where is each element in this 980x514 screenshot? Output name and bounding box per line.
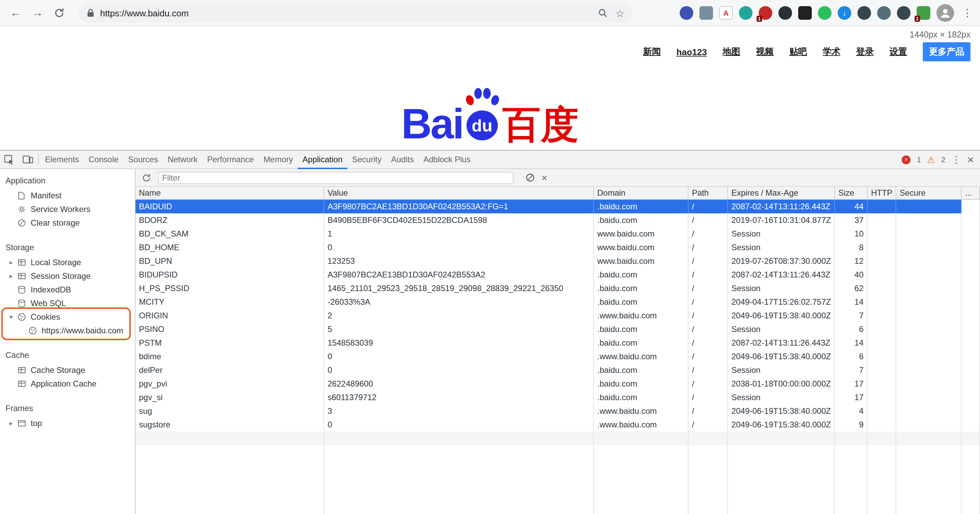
extension-letter-a-icon[interactable]: A <box>719 6 733 20</box>
forward-icon[interactable]: → <box>27 0 48 26</box>
cookie-row[interactable]: sug3.www.baidu.com/2049-06-19T15:38:40.0… <box>135 404 980 418</box>
tab-audits[interactable]: Audits <box>386 150 418 169</box>
baidu-nav-hao123[interactable]: hao123 <box>676 47 707 57</box>
baidu-nav-item[interactable]: 新闻 <box>643 46 660 58</box>
tab-elements[interactable]: Elements <box>40 150 84 169</box>
sidebar-item-clear-storage[interactable]: Clear storage <box>0 216 135 230</box>
tab-network[interactable]: Network <box>163 150 202 169</box>
cookie-row[interactable]: BAIDUIDA3F9807BC2AE13BD1D30AF0242B553A2:… <box>135 200 980 213</box>
device-toolbar-icon[interactable] <box>18 150 37 169</box>
warning-icon[interactable]: ⚠ <box>927 155 935 164</box>
url-text[interactable]: https://www.baidu.com <box>100 8 189 18</box>
cell-size: 8 <box>835 241 868 254</box>
extension-camera-icon[interactable] <box>858 6 871 20</box>
sidebar-item-indexeddb[interactable]: IndexedDB <box>0 283 135 297</box>
extension-tools-icon[interactable] <box>877 6 891 20</box>
sidebar-item-manifest[interactable]: Manifest <box>0 189 135 203</box>
baidu-nav-item[interactable]: 贴吧 <box>789 46 807 58</box>
devtools-close-icon[interactable]: × <box>967 154 974 165</box>
database-icon <box>18 299 27 307</box>
sidebar-item-top[interactable]: ▸top <box>0 417 135 430</box>
cookie-row[interactable]: PSTM1548583039.baidu.com/2087-02-14T13:1… <box>135 336 980 350</box>
tab-sources[interactable]: Sources <box>123 150 163 169</box>
sidebar-item-application-cache[interactable]: Application Cache <box>0 377 135 391</box>
cell-overflow <box>962 391 980 404</box>
cookie-row[interactable]: BIDUPSIDA3F9807BC2AE13BD1D30AF0242B553A2… <box>135 268 980 281</box>
extension-qr-code-icon[interactable] <box>798 6 812 20</box>
back-icon[interactable]: ← <box>5 0 26 26</box>
error-icon[interactable]: × <box>902 155 910 164</box>
chevron-down-icon[interactable]: ▾ <box>10 314 18 321</box>
cookie-row[interactable]: sugstore0.www.baidu.com/2049-06-19T15:38… <box>135 418 980 431</box>
extension-evernote-icon[interactable] <box>818 6 832 20</box>
cookie-row[interactable]: delPer0.baidu.com/Session7 <box>135 363 980 377</box>
chevron-right-icon[interactable]: ▸ <box>10 420 18 427</box>
bookmark-star-icon[interactable]: ☆ <box>615 8 625 18</box>
inspect-element-icon[interactable] <box>0 150 18 169</box>
baidu-nav-item[interactable]: 视频 <box>756 46 774 58</box>
baidu-nav-item[interactable]: 登录 <box>856 46 874 58</box>
chevron-right-icon[interactable]: ▸ <box>10 273 18 279</box>
extension-shield-icon[interactable] <box>897 6 910 20</box>
extension-translate-icon[interactable] <box>699 6 713 20</box>
error-count[interactable]: 1 <box>917 155 921 164</box>
devtools-menu-icon[interactable]: ⋮ <box>951 154 961 165</box>
cell-name: PSTM <box>135 336 324 350</box>
cookie-row[interactable]: BD_HOME0www.baidu.com/Session8 <box>135 241 980 254</box>
browser-menu-icon[interactable]: ⋮ <box>960 7 975 19</box>
tab-security[interactable]: Security <box>347 150 387 169</box>
extension-teal-circle-icon[interactable] <box>739 6 752 20</box>
tab-memory[interactable]: Memory <box>259 150 298 169</box>
baidu-nav-item[interactable]: 设置 <box>889 46 907 58</box>
sidebar-item-local-storage[interactable]: ▸Local Storage <box>0 255 135 269</box>
cookie-row[interactable]: BDORZB490B5EBF6F3CD402E515D22BCDA1598.ba… <box>135 213 980 227</box>
cookie-row[interactable]: BD_CK_SAM1www.baidu.com/Session10 <box>135 227 980 241</box>
column-header-name[interactable]: Name <box>135 187 324 199</box>
cookie-row[interactable]: pgv_pvi2622489600.baidu.com/2038-01-18T0… <box>135 377 980 391</box>
zoom-icon[interactable] <box>598 8 607 18</box>
column-header-expires-max-age[interactable]: Expires / Max-Age <box>728 187 835 199</box>
tab-adblock-plus[interactable]: Adblock Plus <box>418 150 476 169</box>
column-header-size[interactable]: Size <box>835 187 868 199</box>
column-header-http[interactable]: HTTP <box>868 187 896 199</box>
refresh-icon[interactable] <box>142 173 151 182</box>
baidu-nav-item[interactable]: 学术 <box>822 46 840 58</box>
tab-application[interactable]: Application <box>298 150 347 169</box>
sidebar-item-web-sql[interactable]: Web SQL <box>0 297 135 310</box>
tab-performance[interactable]: Performance <box>202 150 258 169</box>
address-bar[interactable]: https://www.baidu.com ☆ <box>78 3 633 22</box>
sidebar-item-https-www-baidu-com[interactable]: https://www.baidu.com <box>0 324 135 337</box>
screen: ← → https://www.baidu.com ☆ A1↓1 ⋮ <box>0 0 980 514</box>
sidebar-item-service-workers[interactable]: Service Workers <box>0 203 135 216</box>
extension-dark-blue-circle-icon[interactable] <box>680 6 693 20</box>
filter-input[interactable] <box>158 171 514 184</box>
baidu-more-products-button[interactable]: 更多产品 <box>923 42 970 61</box>
column-header-domain[interactable]: Domain <box>594 187 689 199</box>
baidu-nav-item[interactable]: 地图 <box>722 46 740 58</box>
chevron-right-icon[interactable]: ▸ <box>10 259 18 266</box>
block-icon[interactable] <box>526 173 535 182</box>
column-header-value[interactable]: Value <box>324 187 594 199</box>
extension-dark-circle-icon[interactable] <box>778 6 792 20</box>
sidebar-item-cookies[interactable]: ▾Cookies <box>0 310 135 324</box>
cookie-row[interactable]: bdime0.www.baidu.com/2049-06-19T15:38:40… <box>135 350 980 363</box>
profile-avatar[interactable] <box>936 4 954 22</box>
cookie-row[interactable]: PSINO5.baidu.com/Session6 <box>135 322 980 336</box>
cookie-row[interactable]: H_PS_PSSID1465_21101_29523_29518_28519_2… <box>135 281 980 295</box>
cookie-row[interactable]: ORIGIN2.www.baidu.com/2049-06-19T15:38:4… <box>135 309 980 322</box>
extension-download-arrow-icon[interactable]: ↓ <box>838 6 851 20</box>
cookie-row[interactable]: MCITY-26033%3A.baidu.com/2049-04-17T15:2… <box>135 295 980 309</box>
extension-green-capture-icon[interactable]: 1 <box>917 6 930 20</box>
clear-filter-icon[interactable]: × <box>541 172 547 183</box>
column-header-secure[interactable]: Secure <box>896 187 962 199</box>
cookie-row[interactable]: pgv_sis6011379712.baidu.com/Session17 <box>135 391 980 404</box>
sidebar-item-session-storage[interactable]: ▸Session Storage <box>0 269 135 283</box>
sidebar-item-cache-storage[interactable]: Cache Storage <box>0 363 135 377</box>
warning-count[interactable]: 2 <box>941 155 945 164</box>
reload-icon[interactable] <box>49 0 70 26</box>
tab-console[interactable]: Console <box>84 150 123 169</box>
cookie-row[interactable]: BD_UPN123253www.baidu.com/2019-07-26T08:… <box>135 254 980 268</box>
column-header-item[interactable]: ... <box>962 187 980 199</box>
column-header-path[interactable]: Path <box>689 187 728 199</box>
extension-adblock-plus-icon[interactable]: 1 <box>759 6 772 20</box>
